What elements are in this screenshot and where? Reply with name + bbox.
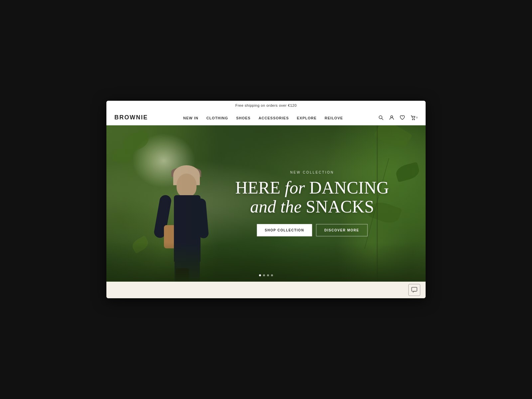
nav-link-explore[interactable]: EXPLORE xyxy=(297,116,317,120)
navbar-icons: 0 xyxy=(378,115,418,120)
dot-3[interactable] xyxy=(267,274,269,276)
nav-link-clothing[interactable]: CLOTHING xyxy=(206,116,228,120)
hero-title-line1: HERE for DANCING xyxy=(235,178,389,197)
hero-section: NEW COLLECTION HERE for DANCING and the … xyxy=(106,125,426,282)
dot-2[interactable] xyxy=(263,274,265,276)
cart-icon[interactable]: 0 xyxy=(410,115,418,120)
nav-item-accessories[interactable]: ACCESSORIES xyxy=(259,115,289,121)
announcement-text: Free shipping on orders over €120 xyxy=(235,103,297,107)
shop-collection-button[interactable]: SHOP COLLECTION xyxy=(257,224,312,236)
nav-item-reilove[interactable]: REILOVE xyxy=(325,115,343,121)
search-icon[interactable] xyxy=(378,115,384,120)
svg-point-2 xyxy=(391,116,393,118)
hero-title: HERE for DANCING and the SNACKS xyxy=(235,178,389,216)
nav-link-new-in[interactable]: NEW IN xyxy=(183,116,199,120)
chat-button[interactable] xyxy=(408,284,420,296)
nav-link-reilove[interactable]: REILOVE xyxy=(325,116,343,120)
svg-rect-5 xyxy=(412,287,417,291)
nav-link-accessories[interactable]: ACCESSORIES xyxy=(259,116,289,120)
nav-links: NEW IN CLOTHING SHOES ACCESSORIES EXPLOR… xyxy=(183,115,343,121)
nav-link-shoes[interactable]: SHOES xyxy=(236,116,251,120)
bottom-section xyxy=(106,282,426,298)
svg-line-1 xyxy=(382,118,383,120)
user-icon[interactable] xyxy=(389,115,394,120)
discover-more-button[interactable]: DISCOVER MORE xyxy=(316,224,368,236)
cart-count: 0 xyxy=(416,116,418,119)
svg-point-0 xyxy=(379,116,382,119)
chat-icon xyxy=(411,287,417,293)
browser-window: Free shipping on orders over €120 BROWNI… xyxy=(106,101,426,298)
brand-logo[interactable]: BROWNIE xyxy=(114,114,148,121)
hero-buttons: SHOP COLLECTION DISCOVER MORE xyxy=(235,224,389,236)
dot-4[interactable] xyxy=(271,274,273,276)
hero-content: NEW COLLECTION HERE for DANCING and the … xyxy=(235,171,389,236)
announcement-bar: Free shipping on orders over €120 xyxy=(106,101,426,110)
svg-point-4 xyxy=(414,119,415,120)
nav-item-new-in[interactable]: NEW IN xyxy=(183,115,199,121)
hero-subtitle: NEW COLLECTION xyxy=(235,171,389,174)
svg-point-3 xyxy=(412,119,413,120)
carousel-dots xyxy=(259,274,273,276)
wishlist-icon[interactable] xyxy=(400,115,405,120)
nav-item-shoes[interactable]: SHOES xyxy=(236,115,251,121)
hero-title-line2: and the SNACKS xyxy=(235,197,389,216)
nav-item-clothing[interactable]: CLOTHING xyxy=(206,115,228,121)
navbar: BROWNIE NEW IN CLOTHING SHOES ACCESSORIE… xyxy=(106,110,426,125)
nav-item-explore[interactable]: EXPLORE xyxy=(297,115,317,121)
dot-1[interactable] xyxy=(259,274,261,276)
